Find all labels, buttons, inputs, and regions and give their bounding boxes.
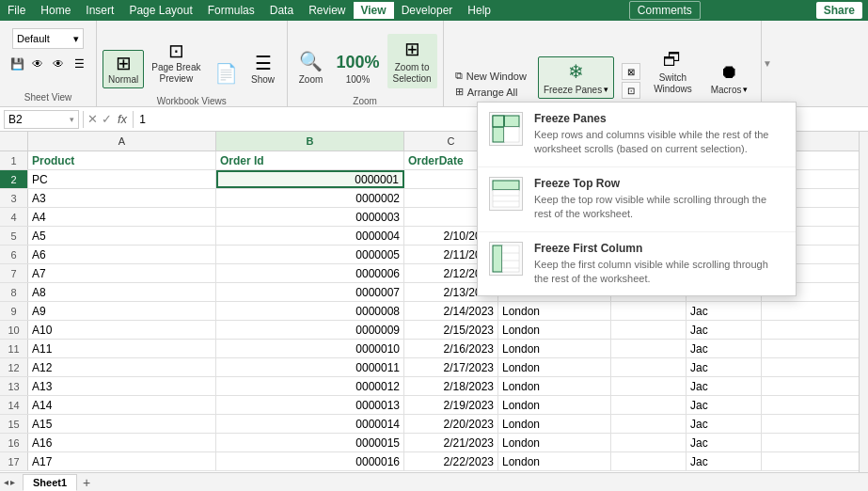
menu-insert[interactable]: Insert bbox=[78, 2, 121, 19]
table-row[interactable]: 11 A11 0000010 2/16/2023 London Jac bbox=[0, 340, 868, 358]
table-row[interactable]: 16 A16 0000015 2/21/2023 London Jac bbox=[0, 434, 868, 452]
cell-a12[interactable]: A12 bbox=[28, 358, 216, 376]
cell-e10[interactable] bbox=[611, 321, 687, 339]
cell-e17[interactable] bbox=[611, 452, 687, 470]
cell-d16[interactable]: London bbox=[498, 434, 611, 451]
cell-b14[interactable]: 0000013 bbox=[216, 396, 404, 414]
vertical-scrollbar[interactable] bbox=[859, 132, 868, 472]
add-sheet-button[interactable]: + bbox=[83, 475, 90, 490]
cell-a3[interactable]: A3 bbox=[28, 189, 216, 207]
cell-c12[interactable]: 2/17/2023 bbox=[404, 358, 498, 376]
menu-developer[interactable]: Developer bbox=[394, 2, 461, 19]
page-break-preview-button[interactable]: ⊡ Page BreakPreview bbox=[146, 38, 206, 88]
menu-home[interactable]: Home bbox=[33, 2, 78, 19]
cell-f10[interactable]: Jac bbox=[687, 321, 762, 339]
menu-data[interactable]: Data bbox=[262, 2, 301, 19]
cell-a14[interactable]: A14 bbox=[28, 396, 216, 414]
cell-b16[interactable]: 0000015 bbox=[216, 434, 404, 451]
cell-c17[interactable]: 2/22/2023 bbox=[404, 452, 498, 470]
cell-a16[interactable]: A16 bbox=[28, 434, 216, 451]
table-row[interactable]: 17 A17 0000016 2/22/2023 London Jac bbox=[0, 452, 868, 471]
table-row[interactable]: 10 A10 0000009 2/15/2023 London Jac bbox=[0, 321, 868, 340]
cell-b4[interactable]: 0000003 bbox=[216, 208, 404, 226]
cell-d14[interactable]: London bbox=[498, 396, 611, 414]
table-row[interactable]: 9 A9 0000008 2/14/2023 London Jac bbox=[0, 302, 868, 321]
cell-f12[interactable]: Jac bbox=[687, 358, 762, 376]
eye2-icon[interactable]: 👁 bbox=[49, 55, 68, 73]
menu-formulas[interactable]: Formulas bbox=[200, 2, 262, 19]
table-row[interactable]: 12 A12 0000011 2/17/2023 London Jac bbox=[0, 358, 868, 377]
cell-d10[interactable]: London bbox=[498, 321, 611, 339]
cell-a11[interactable]: A11 bbox=[28, 340, 216, 357]
cell-b8[interactable]: 0000007 bbox=[216, 283, 404, 301]
cell-a6[interactable]: A6 bbox=[28, 246, 216, 263]
ribbon-scroll-right[interactable]: ▼ bbox=[761, 21, 774, 106]
menu-page-layout[interactable]: Page Layout bbox=[121, 2, 199, 19]
sheet-prev-icon[interactable]: ◂ bbox=[4, 477, 8, 487]
cell-e16[interactable] bbox=[611, 434, 687, 451]
cancel-icon[interactable]: ✕ bbox=[87, 112, 98, 126]
cell-a7[interactable]: A7 bbox=[28, 264, 216, 282]
cell-b5[interactable]: 0000004 bbox=[216, 227, 404, 245]
menu-help[interactable]: Help bbox=[460, 2, 498, 19]
cell-a9[interactable]: A9 bbox=[28, 302, 216, 320]
cell-b1[interactable]: Order Id bbox=[216, 151, 404, 169]
cell-e14[interactable] bbox=[611, 396, 687, 414]
save-icon[interactable]: 💾 bbox=[8, 55, 26, 73]
sheet-nav-buttons[interactable]: ◂ ▸ bbox=[4, 477, 15, 487]
cell-d12[interactable]: London bbox=[498, 358, 611, 376]
cell-e13[interactable] bbox=[611, 377, 687, 395]
freeze-top-row-item[interactable]: Freeze Top Row Keep the top row visible … bbox=[478, 167, 796, 232]
sheet-tab-sheet1[interactable]: Sheet1 bbox=[23, 474, 77, 491]
cell-f14[interactable]: Jac bbox=[687, 396, 762, 414]
name-box[interactable]: B2 ▾ bbox=[4, 110, 79, 129]
cell-a8[interactable]: A8 bbox=[28, 283, 216, 301]
menu-view[interactable]: View bbox=[354, 2, 394, 19]
cell-b6[interactable]: 0000005 bbox=[216, 246, 404, 263]
cell-c10[interactable]: 2/15/2023 bbox=[404, 321, 498, 339]
menu-review[interactable]: Review bbox=[301, 2, 353, 19]
cell-d9[interactable]: London bbox=[498, 302, 611, 320]
cell-a1[interactable]: Product bbox=[28, 151, 216, 169]
cell-b7[interactable]: 0000006 bbox=[216, 264, 404, 282]
confirm-icon[interactable]: ✓ bbox=[102, 112, 112, 126]
col-header-b[interactable]: B bbox=[216, 132, 404, 150]
switch-windows-button[interactable]: 🗗 SwitchWindows bbox=[648, 45, 698, 99]
new-window-button[interactable]: ⧉ New Window bbox=[451, 69, 530, 83]
freeze-panes-button[interactable]: ❄ Freeze Panes ▾ bbox=[538, 56, 614, 99]
arrange-all-button[interactable]: ⊞ Arrange All bbox=[451, 85, 530, 99]
table-row[interactable]: 13 A13 0000012 2/18/2023 London Jac bbox=[0, 377, 868, 396]
cell-c14[interactable]: 2/19/2023 bbox=[404, 396, 498, 414]
table-row[interactable]: 14 A14 0000013 2/19/2023 London Jac bbox=[0, 396, 868, 415]
page-layout-view-button[interactable]: 📄 bbox=[209, 60, 244, 88]
cell-c11[interactable]: 2/16/2023 bbox=[404, 340, 498, 357]
share-button[interactable]: Share bbox=[816, 2, 862, 19]
cell-e12[interactable] bbox=[611, 358, 687, 376]
zoom-button[interactable]: 🔍 Zoom bbox=[293, 46, 329, 88]
cell-b3[interactable]: 0000002 bbox=[216, 189, 404, 207]
cell-d11[interactable]: London bbox=[498, 340, 611, 357]
cell-b10[interactable]: 0000009 bbox=[216, 321, 404, 339]
menu-icon[interactable]: ☰ bbox=[70, 55, 88, 73]
cell-b9[interactable]: 0000008 bbox=[216, 302, 404, 320]
table-row[interactable]: 15 A15 0000014 2/20/2023 London Jac bbox=[0, 415, 868, 434]
zoom-100-button[interactable]: 100% 100% bbox=[331, 49, 386, 88]
cell-d17[interactable]: London bbox=[498, 452, 611, 470]
cell-b15[interactable]: 0000014 bbox=[216, 415, 404, 433]
freeze-first-col-item[interactable]: Freeze First Column Keep the first colum… bbox=[478, 232, 796, 296]
cell-f15[interactable]: Jac bbox=[687, 415, 762, 433]
eye-icon[interactable]: 👁 bbox=[28, 55, 47, 73]
cell-b11[interactable]: 0000010 bbox=[216, 340, 404, 357]
cell-d15[interactable]: London bbox=[498, 415, 611, 433]
comments-button[interactable]: Comments bbox=[629, 1, 701, 20]
cell-b13[interactable]: 0000012 bbox=[216, 377, 404, 395]
cell-c9[interactable]: 2/14/2023 bbox=[404, 302, 498, 320]
cell-b2[interactable]: 0000001 bbox=[216, 170, 404, 188]
menu-file[interactable]: File bbox=[0, 2, 33, 19]
col-header-a[interactable]: A bbox=[28, 132, 216, 150]
cell-c13[interactable]: 2/18/2023 bbox=[404, 377, 498, 395]
cell-e11[interactable] bbox=[611, 340, 687, 357]
freeze-panes-item[interactable]: Freeze Panes Keep rows and columns visib… bbox=[478, 103, 796, 167]
sheet-view-dropdown[interactable]: Default ▾ bbox=[12, 28, 84, 49]
cell-d13[interactable]: London bbox=[498, 377, 611, 395]
